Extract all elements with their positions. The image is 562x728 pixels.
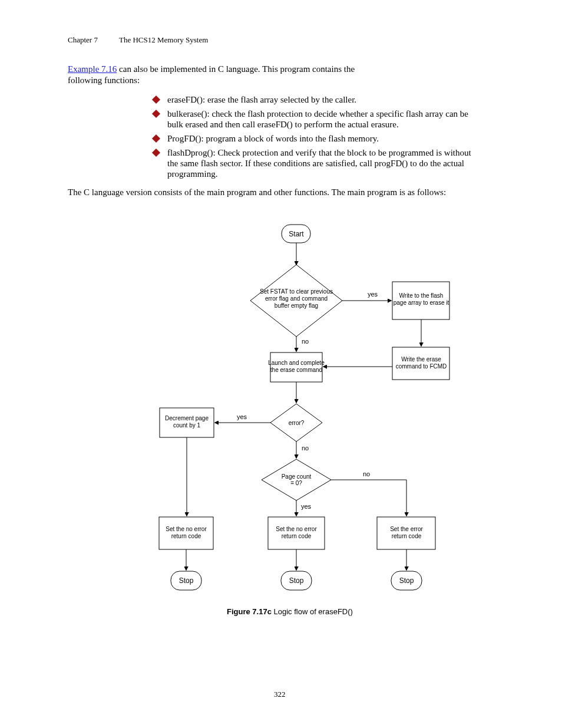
page-number: 322 xyxy=(274,690,286,699)
svg-text:= 0?: = 0? xyxy=(290,480,302,486)
svg-text:Decrement page: Decrement page xyxy=(165,415,209,421)
svg-text:Stop: Stop xyxy=(179,577,194,585)
svg-text:count by 1: count by 1 xyxy=(173,422,201,429)
svg-text:yes: yes xyxy=(368,291,378,298)
svg-text:Stop: Stop xyxy=(289,577,304,585)
svg-text:buffer empty flag: buffer empty flag xyxy=(275,302,318,309)
svg-text:yes: yes xyxy=(237,413,247,420)
svg-text:error flag and command: error flag and command xyxy=(265,295,328,302)
svg-text:no: no xyxy=(302,444,309,452)
figure-caption: Figure 7.17c Logic flow of eraseFD() xyxy=(227,607,353,616)
svg-text:Set the no error: Set the no error xyxy=(166,526,207,532)
svg-text:page array to erase it: page array to erase it xyxy=(394,299,449,306)
svg-text:Write the erase: Write the erase xyxy=(401,356,441,363)
svg-text:Stop: Stop xyxy=(399,577,414,585)
svg-text:Set FSTAT to clear previous: Set FSTAT to clear previous xyxy=(260,288,333,295)
svg-text:Launch and complete: Launch and complete xyxy=(268,360,325,366)
svg-text:return code: return code xyxy=(171,533,201,539)
svg-text:Set the error: Set the error xyxy=(390,526,423,532)
svg-text:Start: Start xyxy=(289,230,304,238)
flowchart: Start Set FSTAT to clear previous error … xyxy=(0,0,562,728)
svg-text:return code: return code xyxy=(282,533,312,539)
svg-text:Page count: Page count xyxy=(282,473,312,480)
svg-text:no: no xyxy=(363,470,370,477)
svg-text:return code: return code xyxy=(392,533,422,539)
svg-text:command to FCMD: command to FCMD xyxy=(396,363,447,370)
svg-text:Set the no error: Set the no error xyxy=(276,526,317,532)
svg-text:error?: error? xyxy=(289,420,305,426)
svg-text:the erase command: the erase command xyxy=(270,367,322,373)
svg-text:yes: yes xyxy=(301,503,312,510)
svg-text:Write to the flash: Write to the flash xyxy=(399,292,444,299)
svg-text:no: no xyxy=(302,338,309,345)
